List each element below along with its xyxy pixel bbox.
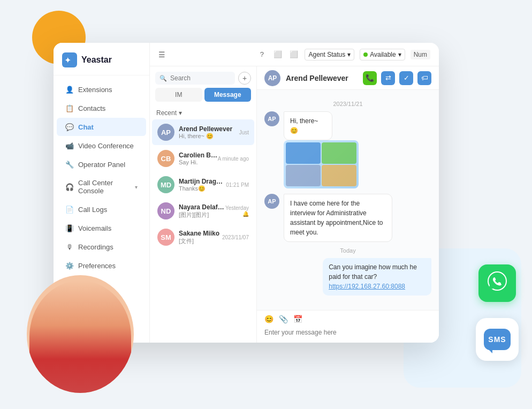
conversation-preview: [图片][图片] — [179, 211, 225, 219]
content-pane: 🔍 + IM Message Recent ▾ APArend Pellewev… — [150, 66, 439, 343]
chat-panel: AP Arend Pellewever 📞 ⇄ ✓ 🏷 2023/11/21 A… — [257, 66, 439, 343]
message-link[interactable]: https://192.168.27.60:8088 — [329, 283, 405, 290]
call-logs-icon: 📄 — [65, 205, 74, 214]
sidebar-label-call-center-console: Call Center Console — [78, 179, 135, 195]
main-content: ☰ ? ⬜ ⬜ Agent Status ▾ Available ▾ Num — [150, 43, 439, 343]
emoji-icon[interactable]: 😊 — [264, 315, 273, 323]
monitor-icon[interactable]: ⬜ — [272, 49, 283, 60]
message-bubble-outgoing: Can you imagine how much he paid for tha… — [323, 258, 431, 296]
conversation-name: Nayara Delafuente — [179, 203, 225, 211]
sidebar-item-recordings[interactable]: 🎙Recordings — [57, 238, 146, 256]
sidebar-item-voicemails[interactable]: 📳Voicemails — [57, 219, 146, 237]
list-item[interactable]: APArend PelleweverHi, there~ 😊Just — [152, 119, 254, 145]
voicemails-icon: 📳 — [65, 224, 74, 232]
chat-contact-name: Arend Pellewever — [286, 74, 358, 82]
available-indicator — [363, 52, 368, 57]
recent-header: Recent ▾ — [150, 106, 256, 119]
list-item[interactable]: CBCarolien BloemeSay Hi.A minute ago — [152, 146, 254, 171]
conversation-time: Yesterday — [225, 205, 249, 211]
conversation-name: Carolien Bloeme — [179, 152, 218, 159]
agent-status-dropdown[interactable]: Agent Status ▾ — [305, 49, 354, 60]
sms-label: SMS — [488, 335, 506, 344]
conversation-name: Sakane Miiko — [179, 230, 222, 237]
sms-bubble-icon: SMS — [484, 329, 511, 350]
transfer-button[interactable]: ⇄ — [381, 71, 395, 85]
date-divider-2: Today — [264, 247, 431, 254]
conversation-preview: [文件] — [179, 237, 222, 245]
sidebar-item-call-center-console[interactable]: 🎧Call Center Console▾ — [57, 174, 146, 200]
message-input[interactable] — [264, 327, 431, 338]
avatar: SM — [157, 229, 174, 246]
sidebar-label-extensions: Extensions — [78, 86, 112, 94]
call-button[interactable]: 📞 — [363, 71, 377, 85]
search-icon: 🔍 — [159, 75, 167, 82]
footer-toolbar: 😊 📎 📅 — [264, 315, 431, 323]
chat-action-buttons: 📞 ⇄ ✓ 🏷 — [363, 71, 431, 85]
person-decoration — [27, 275, 134, 393]
logo-text: Yeastar — [81, 55, 112, 65]
conversation-time: 2023/11/07 — [222, 234, 249, 240]
conversation-preview: Thanks😊 — [179, 185, 226, 192]
header-actions: ? ⬜ ⬜ Agent Status ▾ Available ▾ Num — [256, 49, 430, 60]
chat-contact-avatar: AP — [264, 70, 280, 86]
conversation-meta: 2023/11/07 — [222, 234, 249, 240]
whatsapp-icon — [487, 270, 508, 297]
top-header: ☰ ? ⬜ ⬜ Agent Status ▾ Available ▾ Num — [150, 43, 439, 66]
tabs-row: IM Message — [150, 88, 256, 106]
date-divider-1: 2023/11/21 — [264, 101, 431, 107]
tab-message[interactable]: Message — [204, 88, 252, 102]
list-item[interactable]: SMSakane Miiko[文件]2023/11/07 — [152, 224, 254, 250]
add-conversation-button[interactable]: + — [238, 72, 251, 85]
num-badge: Num — [411, 50, 430, 59]
conversation-time: Just — [239, 130, 249, 135]
conversation-meta: 01:21 PM — [226, 182, 249, 188]
conversation-info: Carolien BloemeSay Hi. — [179, 152, 218, 165]
message-content: Hi, there~ 😊 — [284, 111, 359, 188]
help-icon[interactable]: ? — [256, 49, 267, 60]
svg-text:✦: ✦ — [64, 56, 71, 65]
conversation-meta: Yesterday🔔 — [225, 205, 249, 217]
chat-header: AP Arend Pellewever 📞 ⇄ ✓ 🏷 — [257, 66, 439, 90]
sidebar-item-extensions[interactable]: 👤Extensions — [57, 80, 146, 99]
message-row-outgoing: Can you imagine how much he paid for tha… — [264, 258, 431, 296]
chevron-down-icon: ▾ — [135, 184, 138, 190]
conversation-icon: 🔔 — [225, 211, 249, 217]
sidebar-label-call-logs: Call Logs — [78, 206, 107, 214]
search-wrapper: 🔍 — [155, 72, 235, 85]
sms-badge: SMS — [476, 318, 519, 361]
search-bar: 🔍 + — [150, 66, 256, 88]
call-center-console-icon: 🎧 — [65, 183, 74, 191]
tab-im[interactable]: IM — [155, 88, 202, 102]
chat-messages: 2023/11/21 AP Hi, there~ 😊 — [257, 90, 439, 310]
message-image — [284, 140, 359, 188]
video-conference-icon: 📹 — [65, 141, 74, 150]
list-item[interactable]: NDNayara Delafuente[图片][图片]Yesterday🔔 — [152, 198, 254, 224]
attachment-icon[interactable]: 📎 — [279, 315, 288, 323]
conversation-meta: A minute ago — [218, 156, 249, 162]
search-input[interactable] — [170, 74, 231, 82]
img-block — [322, 142, 356, 164]
sidebar-item-video-conference[interactable]: 📹Video Conference — [57, 137, 146, 155]
whatsapp-badge — [478, 264, 516, 302]
sidebar-item-preferences[interactable]: ⚙️Preferences — [57, 256, 146, 275]
agent-status-chevron: ▾ — [347, 51, 351, 58]
conversation-info: Nayara Delafuente[图片][图片] — [179, 203, 225, 219]
conversation-list: APArend PelleweverHi, there~ 😊JustCBCaro… — [150, 119, 256, 343]
agent-status-label: Agent Status — [308, 51, 345, 58]
avatar: CB — [157, 150, 174, 167]
sidebar-item-call-logs[interactable]: 📄Call Logs — [57, 200, 146, 218]
menu-icon[interactable]: ☰ — [158, 50, 165, 59]
sidebar-item-contacts[interactable]: 📋Contacts — [57, 99, 146, 117]
screen-icon[interactable]: ⬜ — [288, 49, 299, 60]
tag-button[interactable]: 🏷 — [417, 71, 431, 85]
operator-panel-icon: 🔧 — [65, 160, 74, 169]
sidebar-item-chat[interactable]: 💬Chat — [57, 118, 146, 136]
message-bubble: I have come here for the interview for A… — [284, 194, 392, 242]
check-button[interactable]: ✓ — [399, 71, 413, 85]
available-dropdown[interactable]: Available ▾ — [360, 49, 405, 60]
conversation-name: Arend Pellewever — [179, 125, 239, 133]
sidebar-item-operator-panel[interactable]: 🔧Operator Panel — [57, 155, 146, 173]
list-item[interactable]: MDMartijn DragonjerThanks😊01:21 PM — [152, 172, 254, 198]
contacts-icon: 📋 — [65, 104, 74, 112]
calendar-icon[interactable]: 📅 — [293, 315, 302, 323]
